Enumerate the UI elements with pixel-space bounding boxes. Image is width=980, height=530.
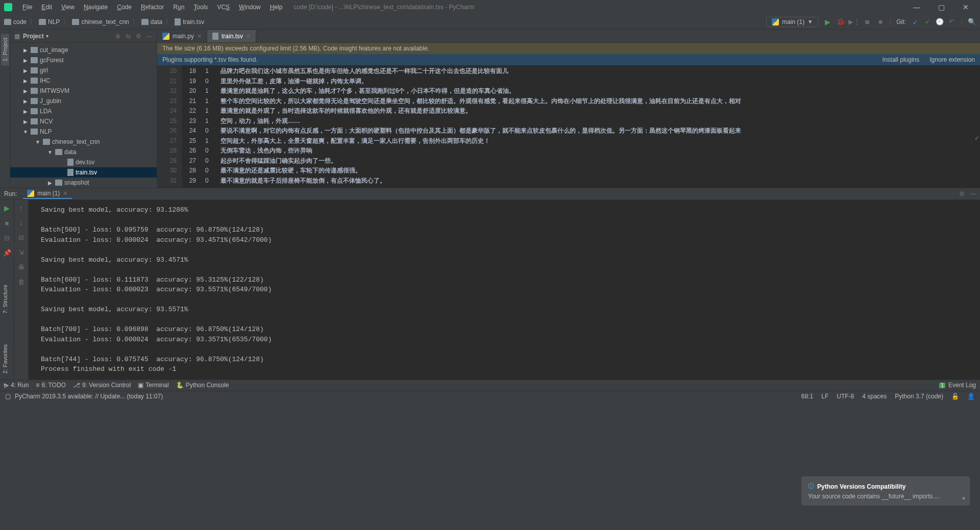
- target-icon[interactable]: ⊕: [115, 33, 120, 40]
- crumb-nlp[interactable]: NLP: [39, 18, 60, 26]
- tree-item-dev-tsv[interactable]: dev.tsv: [10, 157, 157, 167]
- tree-arrow-icon[interactable]: ▶: [22, 88, 29, 94]
- hide-panel-icon[interactable]: —: [146, 33, 153, 40]
- wrap-icon[interactable]: ⊟: [18, 234, 24, 241]
- encoding[interactable]: UTF-8: [837, 393, 854, 400]
- tree-item-IMTWSVM[interactable]: ▶IMTWSVM: [10, 86, 157, 96]
- chevron-down-icon[interactable]: ▾: [46, 33, 48, 39]
- status-icon[interactable]: ▢: [5, 393, 11, 400]
- ignore-extension-link[interactable]: Ignore extension: [929, 56, 975, 63]
- print-icon[interactable]: 🖶: [18, 263, 24, 271]
- run-button[interactable]: ▶: [823, 18, 831, 26]
- stop-button[interactable]: ■: [876, 18, 885, 26]
- close-icon[interactable]: ✕: [246, 33, 251, 40]
- gear-icon[interactable]: ⚙: [959, 190, 965, 197]
- tree-item-snapshot[interactable]: ▶snapshot: [10, 178, 157, 188]
- tree-arrow-icon[interactable]: ▶: [22, 98, 29, 104]
- tree-arrow-icon[interactable]: ▶: [22, 78, 29, 84]
- sidebar-tab-favorites[interactable]: 2: Favorites: [1, 340, 9, 377]
- crumb-file[interactable]: train.tsv: [175, 18, 204, 26]
- tree-arrow-icon[interactable]: ▶: [22, 109, 29, 114]
- star-icon[interactable]: ★: [3, 383, 8, 390]
- menu-navigate[interactable]: Navigate: [80, 3, 112, 12]
- run-tab[interactable]: main (1) ✕: [23, 189, 72, 199]
- minimize-button[interactable]: —: [906, 2, 927, 12]
- sidebar-tab-structure[interactable]: 7: Structure: [1, 281, 9, 318]
- scroll-icon[interactable]: ⇲: [18, 248, 24, 256]
- menu-edit[interactable]: Edit: [37, 3, 56, 12]
- commit-icon[interactable]: ✓: [923, 18, 932, 26]
- update-project-icon[interactable]: ↙: [911, 18, 919, 26]
- profile-button[interactable]: ◙: [863, 18, 871, 26]
- menu-vcs[interactable]: VCS: [213, 3, 234, 12]
- line-separator[interactable]: LF: [821, 393, 828, 400]
- code-body[interactable]: 181品牌力吧在我们这小城市虽然五系也是街车但给人的感觉也还是不一样我二十开这个…: [182, 65, 980, 188]
- project-dropdown-icon[interactable]: ▦: [14, 33, 20, 40]
- debug-button[interactable]: 🐞: [837, 18, 845, 26]
- console-output[interactable]: Saving best model, accuracy: 93.1286% Ba…: [29, 200, 980, 380]
- menu-window[interactable]: Window: [235, 3, 265, 12]
- menu-help[interactable]: Help: [266, 3, 287, 12]
- tree-arrow-icon[interactable]: ▶: [22, 58, 29, 63]
- status-message[interactable]: PyCharm 2019.3.5 available: // Update...…: [15, 393, 163, 400]
- tree-arrow-icon[interactable]: ▼: [22, 129, 29, 135]
- revert-icon[interactable]: ↶: [948, 18, 956, 26]
- bottom-tab-vcs[interactable]: ⎇ 9: Version Control: [73, 382, 131, 389]
- collapse-icon[interactable]: ⇆: [126, 33, 131, 40]
- interpreter[interactable]: Python 3.7 (code): [895, 393, 943, 400]
- hide-panel-icon[interactable]: —: [970, 190, 976, 197]
- notification-popup[interactable]: ⓘPython Versions Compatibility Your sour…: [801, 476, 970, 506]
- cursor-position[interactable]: 68:1: [801, 393, 813, 400]
- run-coverage-button[interactable]: ▶⋮: [850, 18, 858, 26]
- tree-arrow-icon[interactable]: ▶: [22, 47, 29, 53]
- menu-code[interactable]: Code: [113, 3, 136, 12]
- crumb-data[interactable]: data: [141, 18, 162, 26]
- maximize-button[interactable]: ▢: [931, 2, 951, 12]
- tree-item-NLP[interactable]: ▼NLP: [10, 127, 157, 137]
- menu-refactor[interactable]: Refactor: [137, 3, 168, 12]
- close-icon[interactable]: ✕: [197, 33, 202, 40]
- menu-tools[interactable]: Tools: [189, 3, 212, 12]
- history-icon[interactable]: 🕘: [936, 18, 944, 26]
- menu-run[interactable]: Run: [169, 3, 188, 12]
- gear-icon[interactable]: ⚙: [136, 33, 141, 40]
- tab-main-py[interactable]: main.py ✕: [157, 30, 207, 42]
- event-log-button[interactable]: Event Log: [948, 382, 976, 389]
- search-icon[interactable]: 🔍: [968, 18, 976, 26]
- up-icon[interactable]: ↑: [19, 204, 23, 212]
- tree-arrow-icon[interactable]: ▶: [47, 180, 53, 186]
- chevron-down-icon[interactable]: ▾: [962, 495, 965, 502]
- code-area[interactable]: 202122232425262728293031 181品牌力吧在我们这小城市虽…: [157, 65, 980, 188]
- tab-train-tsv[interactable]: train.tsv ✕: [207, 30, 256, 42]
- tree-item-LDA[interactable]: ▶LDA: [10, 106, 157, 116]
- tree-item-NCV[interactable]: ▶NCV: [10, 116, 157, 127]
- tree-item-chinese_text_cnn[interactable]: ▼chinese_text_cnn: [10, 137, 157, 147]
- install-plugins-link[interactable]: Install plugins: [883, 56, 920, 63]
- lock-icon[interactable]: 🔓: [951, 393, 959, 400]
- tree-arrow-icon[interactable]: ▼: [47, 149, 53, 155]
- run-config-selector[interactable]: main (1) ▼: [766, 17, 818, 27]
- crumb-ctc[interactable]: chinese_text_cnn: [72, 18, 129, 26]
- tree-arrow-icon[interactable]: ▶: [22, 119, 29, 124]
- tree-item-girl[interactable]: ▶girl: [10, 65, 157, 75]
- crumb-code[interactable]: code: [4, 18, 27, 26]
- project-tree[interactable]: ▶cut_image▶gcForest▶girl▶IHC▶IMTWSVM▶J_g…: [10, 43, 157, 188]
- bottom-tab-todo[interactable]: ≡ 6: TODO: [36, 382, 66, 389]
- down-icon[interactable]: ↓: [19, 219, 23, 226]
- inspector-icon[interactable]: 👤: [967, 393, 975, 400]
- close-window-button[interactable]: ✕: [955, 2, 976, 12]
- indent[interactable]: 4 spaces: [862, 393, 887, 400]
- menu-file[interactable]: File: [18, 3, 36, 12]
- tree-item-data[interactable]: ▼data: [10, 147, 157, 157]
- tree-item-IHC[interactable]: ▶IHC: [10, 75, 157, 86]
- tree-item-gcForest[interactable]: ▶gcForest: [10, 55, 157, 65]
- close-icon[interactable]: ✕: [63, 190, 68, 197]
- tree-item-cut_image[interactable]: ▶cut_image: [10, 45, 157, 55]
- tree-arrow-icon[interactable]: ▼: [35, 139, 41, 145]
- bottom-tab-terminal[interactable]: ▣ Terminal: [138, 382, 168, 389]
- tree-item-J_gubin[interactable]: ▶J_gubin: [10, 96, 157, 106]
- sidebar-tab-project[interactable]: 1: Project: [1, 34, 9, 65]
- clear-icon[interactable]: 🗑: [18, 278, 24, 286]
- bottom-tab-pyconsole[interactable]: 🐍 Python Console: [176, 382, 229, 389]
- menu-view[interactable]: View: [57, 3, 79, 12]
